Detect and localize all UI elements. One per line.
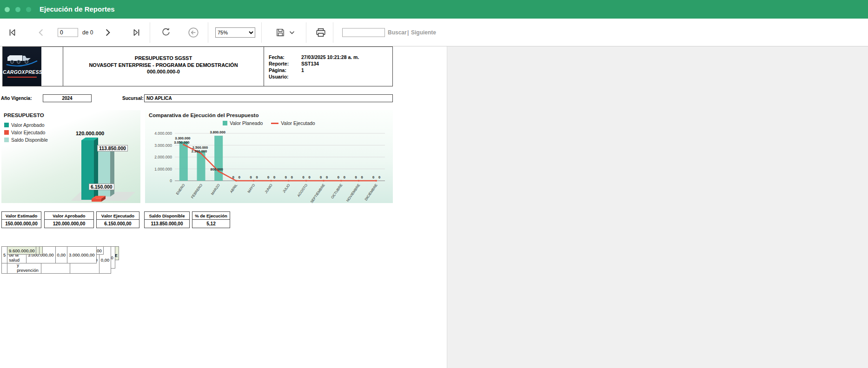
fecha-label: Fecha: (269, 54, 301, 60)
back-button[interactable] (187, 26, 200, 39)
last-page-button[interactable] (131, 27, 142, 38)
vigencia-value: 2024 (43, 94, 92, 102)
total-saldo (40, 247, 43, 255)
svg-text:ENERO: ENERO (175, 183, 186, 196)
toolbar-separator (306, 22, 306, 43)
presupuesto-3d-plot (1, 110, 140, 203)
svg-text:3.800.000: 3.800.000 (210, 130, 225, 134)
toolbar-separator (208, 22, 208, 43)
siguiente-button[interactable]: Siguiente (411, 29, 436, 36)
window-title: Ejecución de Reportes (40, 5, 115, 13)
next-page-icon (104, 28, 112, 37)
svg-text:0: 0 (267, 175, 269, 179)
printer-icon (315, 27, 326, 38)
svg-text:0: 0 (273, 175, 275, 179)
summary-card-aprobado: Valor Aprobado 120.000.000,00 (44, 211, 94, 228)
summary-value: 5,12 (192, 220, 230, 228)
sucursal-value: NO APLICA (144, 94, 393, 102)
window-dot-3[interactable] (26, 7, 31, 12)
toolbar-separator (261, 22, 262, 43)
summary-card-saldo: Saldo Disponible 113.850.000,00 (144, 211, 190, 228)
svg-text:0: 0 (378, 175, 380, 179)
back-arrow-icon (188, 27, 199, 38)
svg-text:0: 0 (320, 175, 322, 179)
buscar-button[interactable]: Buscar (388, 29, 407, 36)
chevron-down-icon (289, 30, 295, 34)
page-number-input[interactable] (58, 28, 78, 37)
logo-accent-line (7, 77, 37, 78)
svg-text:0: 0 (285, 175, 287, 179)
aprobado-value-label: 120.000.000 (76, 131, 104, 136)
print-button[interactable] (314, 26, 327, 39)
truck-icon (6, 51, 38, 67)
svg-text:MARZO: MARZO (210, 183, 221, 196)
summary-label: Valor Ejecutado (97, 212, 139, 220)
svg-text:0: 0 (170, 178, 172, 183)
page-count-label: de 0 (82, 29, 93, 36)
summary-label: Valor Aprobado (45, 212, 93, 220)
next-page-button[interactable] (103, 27, 113, 38)
svg-text:0: 0 (338, 175, 339, 179)
svg-text:3.000.000: 3.000.000 (154, 143, 172, 148)
report-title-line-3: 000.000.000-0 (63, 68, 264, 75)
summary-label: % de Ejecución (192, 212, 230, 220)
svg-text:1.000.000: 1.000.000 (154, 167, 172, 171)
report-title-block: PRESUPUESTO SGSST NOVASOFT ENTERPRISE - … (63, 47, 264, 86)
svg-text:0: 0 (361, 175, 363, 179)
summary-label: Valor Estimado (2, 212, 41, 220)
svg-text:ABRIL: ABRIL (229, 183, 239, 194)
svg-text:JUNIO: JUNIO (264, 183, 273, 194)
save-format-dropdown[interactable] (288, 29, 296, 35)
report-title-line-1: PRESUPUESTO SGSST (63, 55, 264, 62)
svg-text:0: 0 (308, 175, 310, 179)
summary-value: 6.150.000,00 (97, 220, 139, 228)
window-dot-1[interactable] (5, 7, 10, 12)
summary-card-ejecutado: Valor Ejecutado 6.150.000,00 (96, 211, 139, 228)
fecha-value: 27/03/2025 10:21:28 a. m. (301, 54, 359, 60)
last-page-icon (132, 28, 141, 37)
total-ejecutado (36, 247, 40, 255)
save-button[interactable] (274, 26, 286, 39)
reporte-label: Reporte: (269, 60, 301, 67)
save-icon (275, 27, 285, 38)
window-dot-2[interactable] (15, 7, 20, 12)
svg-text:0: 0 (250, 175, 252, 179)
svg-text:800.000: 800.000 (211, 167, 223, 171)
vigencia-label: Año Vigencia: (1, 96, 32, 101)
first-page-button[interactable] (7, 27, 18, 38)
svg-text:4.000.000: 4.000.000 (154, 131, 172, 136)
report-header: CARGOXPRESS PRESUPUESTO SGSST NOVASOFT E… (2, 46, 393, 86)
svg-text:MAYO: MAYO (246, 183, 256, 194)
svg-text:0: 0 (291, 175, 293, 179)
logo-brand-text: CARGOXPRESS (3, 69, 41, 75)
total-presupuestado: 9.600.000,00 (7, 247, 36, 255)
svg-text:2.300.000: 2.300.000 (192, 149, 207, 153)
search-divider: | (407, 29, 409, 36)
previous-page-icon (37, 28, 45, 37)
table-total-row: 9.600.000,00 (1, 246, 43, 255)
svg-text:FEBRERO: FEBRERO (190, 183, 203, 199)
report-title-line-2: NOVASOFT ENTERPRISE - PROGRAMA DE DEMOST… (63, 62, 264, 69)
summary-value: 120.000.000,00 (45, 220, 93, 228)
svg-text:3.050.000: 3.050.000 (174, 140, 189, 145)
zoom-select[interactable]: 75% (215, 27, 255, 38)
svg-text:JULIO: JULIO (282, 183, 291, 194)
refresh-icon (161, 27, 171, 38)
toolbar-separator (333, 22, 333, 43)
svg-text:3.300.000: 3.300.000 (175, 136, 190, 140)
svg-text:0: 0 (372, 175, 374, 179)
search-input[interactable] (342, 28, 385, 37)
logo-cell: CARGOXPRESS (3, 47, 63, 86)
svg-text:0: 0 (355, 175, 357, 179)
svg-text:0: 0 (239, 175, 240, 179)
comparativa-plot: 01.000.0002.000.0003.000.0004.000.0003.3… (145, 110, 393, 203)
summary-value: 113.850.000,00 (145, 220, 189, 228)
svg-text:0: 0 (326, 175, 328, 179)
report-page: CARGOXPRESS PRESUPUESTO SGSST NOVASOFT E… (0, 46, 447, 368)
previous-page-button[interactable] (36, 27, 46, 38)
summary-value: 150.000.000,00 (2, 220, 41, 228)
refresh-button[interactable] (160, 26, 172, 39)
toolbar-separator (150, 22, 150, 43)
company-logo: CARGOXPRESS (3, 47, 41, 86)
summary-label: Saldo Disponible (145, 212, 189, 220)
